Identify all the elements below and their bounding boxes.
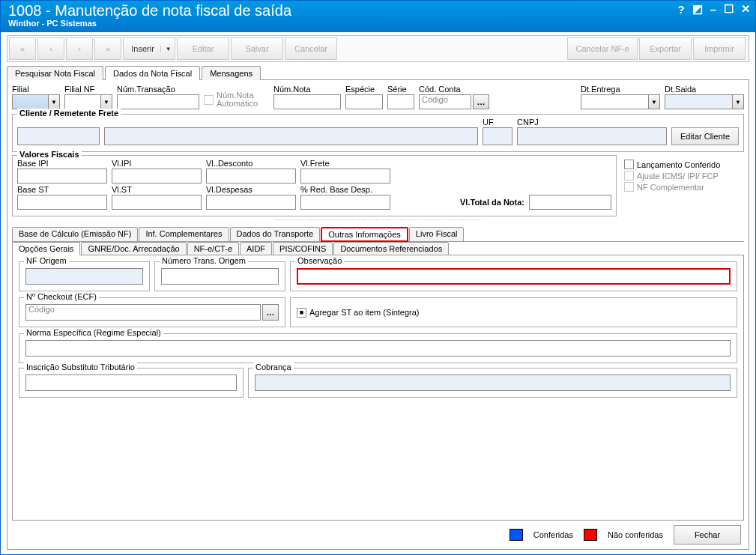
- cobranca-input[interactable]: [255, 374, 731, 391]
- vl-despesas-input[interactable]: [206, 195, 296, 210]
- filial-input[interactable]: [12, 94, 48, 109]
- tab-livro-fiscal[interactable]: Livro Fiscal: [409, 227, 465, 242]
- num-nota-auto-check[interactable]: Núm.Nota Automático: [204, 91, 269, 108]
- tab-gnre[interactable]: GNRE/Doc. Arrecadação: [81, 242, 186, 255]
- nf-comp-check[interactable]: NF Complementar: [624, 182, 744, 192]
- ajuste-checkbox[interactable]: [624, 171, 634, 181]
- vl-frete-input[interactable]: [300, 169, 390, 184]
- total-input[interactable]: [529, 195, 611, 210]
- uf-input[interactable]: [483, 127, 512, 145]
- serie-input[interactable]: [387, 94, 414, 109]
- cancelar-nfe-button[interactable]: Cancelar NF-e: [567, 37, 638, 60]
- filial-combo[interactable]: ▼: [12, 94, 60, 109]
- toolbar: « ‹ › » Inserir ▼ Editar Salvar Cancelar…: [7, 35, 749, 62]
- cancelar-button[interactable]: Cancelar: [285, 37, 337, 60]
- vl-st-input[interactable]: [112, 195, 202, 210]
- vl-ipi-input[interactable]: [112, 169, 202, 184]
- red-base-input[interactable]: [300, 195, 390, 210]
- close-icon[interactable]: ✕: [741, 2, 751, 16]
- dt-saida-combo[interactable]: ▼: [665, 94, 744, 109]
- tab-outras-informacoes[interactable]: Outras Informações: [321, 227, 408, 242]
- editar-button[interactable]: Editar: [177, 37, 229, 60]
- ajuste-check[interactable]: Ajuste ICMS/ IPI/ FCP: [624, 171, 744, 181]
- num-nota-input[interactable]: [273, 94, 341, 109]
- tab-nfe-cte-label: NF-e/CT-e: [194, 244, 232, 253]
- num-trans-origem-input[interactable]: [161, 268, 279, 285]
- filial-label: Filial: [12, 85, 60, 94]
- tab-opcoes-gerais[interactable]: Opções Gerais: [12, 242, 80, 255]
- nav-last-button[interactable]: »: [94, 37, 121, 60]
- inscricao-input[interactable]: [25, 374, 237, 391]
- cod-conta-input[interactable]: Código: [419, 94, 471, 109]
- dt-saida-input[interactable]: [665, 94, 732, 109]
- cliente-cod-input[interactable]: [17, 127, 100, 145]
- cancelar-nfe-label: Cancelar NF-e: [575, 44, 629, 53]
- cod-conta-placeholder: Código: [422, 95, 448, 104]
- dt-entrega-dropdown-icon[interactable]: ▼: [648, 94, 660, 109]
- tab-base-calculo[interactable]: Base de Cálculo (Emissão NF): [12, 227, 138, 242]
- nav-next-button[interactable]: ›: [66, 37, 93, 60]
- lanc-conferido-checkbox[interactable]: [624, 160, 634, 169]
- chevron-down-icon[interactable]: ▼: [160, 46, 172, 52]
- imprimir-label: Imprimir: [704, 44, 734, 53]
- tool-icon[interactable]: ◩: [692, 2, 703, 16]
- tab-dados-transporte[interactable]: Dados do Transporte: [230, 227, 321, 242]
- exportar-button[interactable]: Exportar: [639, 37, 692, 60]
- titlebar-controls: ? ◩ – ☐ ✕: [677, 2, 751, 16]
- observacao-input[interactable]: [297, 268, 731, 285]
- vl-desconto-input[interactable]: [206, 169, 296, 184]
- tab-mensagens[interactable]: Mensagens: [202, 66, 261, 80]
- checkout-input[interactable]: Código: [25, 304, 261, 321]
- dt-entrega-input[interactable]: [581, 94, 648, 109]
- tab-pesquisar-label: Pesquisar Nota Fiscal: [15, 69, 95, 78]
- fechar-button[interactable]: Fechar: [674, 525, 741, 545]
- tab-inf-complementares[interactable]: Inf. Complementares: [139, 227, 229, 242]
- minimize-icon[interactable]: –: [710, 3, 716, 16]
- inserir-label: Inserir: [131, 44, 154, 53]
- nav-next-icon: ›: [78, 44, 81, 53]
- nav-first-button[interactable]: «: [9, 37, 36, 60]
- nf-origem-input[interactable]: [25, 268, 143, 285]
- vl-desconto-label: Vl..Desconto: [206, 159, 296, 168]
- tab-nfe-cte[interactable]: NF-e/CT-e: [187, 242, 239, 255]
- norma-input[interactable]: [25, 340, 731, 357]
- lanc-conferido-check[interactable]: Lançamento Conferido: [624, 160, 744, 169]
- tab-pis-cofins[interactable]: PIS/COFINS: [273, 242, 333, 255]
- num-nota-auto-checkbox[interactable]: [204, 95, 214, 105]
- maximize-icon[interactable]: ☐: [724, 2, 734, 16]
- num-transacao-input[interactable]: [117, 94, 199, 109]
- tab-dados-transporte-label: Dados do Transporte: [237, 229, 314, 238]
- serie-field: Série: [387, 85, 414, 109]
- agregar-checkbox[interactable]: ■: [297, 308, 306, 318]
- window-subtitle: Winthor - PC Sistemas: [8, 19, 291, 28]
- cod-conta-lookup-button[interactable]: …: [473, 94, 489, 109]
- filial-nf-dropdown-icon[interactable]: ▼: [100, 94, 112, 109]
- inserir-button[interactable]: Inserir ▼: [123, 37, 175, 60]
- dt-saida-dropdown-icon[interactable]: ▼: [732, 94, 744, 109]
- base-ipi-input[interactable]: [17, 169, 107, 184]
- filial-dropdown-icon[interactable]: ▼: [48, 94, 60, 109]
- dt-entrega-combo[interactable]: ▼: [581, 94, 660, 109]
- help-icon[interactable]: ?: [677, 3, 684, 16]
- nav-prev-button[interactable]: ‹: [37, 37, 64, 60]
- nav-prev-icon: ‹: [49, 44, 52, 53]
- base-st-input[interactable]: [17, 195, 107, 210]
- editar-cliente-button[interactable]: Editar Cliente: [671, 127, 739, 145]
- cliente-nome-input[interactable]: [104, 127, 478, 145]
- nf-comp-checkbox[interactable]: [624, 182, 634, 192]
- num-transacao-field: Núm.Transação: [117, 85, 199, 109]
- tab-dados[interactable]: Dados da Nota Fiscal: [105, 66, 200, 80]
- checkout-lookup-button[interactable]: …: [262, 304, 279, 321]
- tab-aidf[interactable]: AIDF: [240, 242, 272, 255]
- conferidas-label: Conferidas: [533, 530, 573, 539]
- tab-doc-referenciados[interactable]: Documentos Referenciados: [333, 242, 449, 255]
- filial-nf-combo[interactable]: ▼: [64, 94, 112, 109]
- salvar-label: Salvar: [245, 44, 268, 53]
- agregar-check[interactable]: ■ Agregar ST ao item (Sintegra): [297, 308, 420, 318]
- imprimir-button[interactable]: Imprimir: [693, 37, 746, 60]
- salvar-button[interactable]: Salvar: [231, 37, 283, 60]
- filial-nf-input[interactable]: [64, 94, 100, 109]
- especie-input[interactable]: [345, 94, 383, 109]
- tab-pesquisar[interactable]: Pesquisar Nota Fiscal: [7, 66, 103, 80]
- cnpj-input[interactable]: [517, 127, 667, 145]
